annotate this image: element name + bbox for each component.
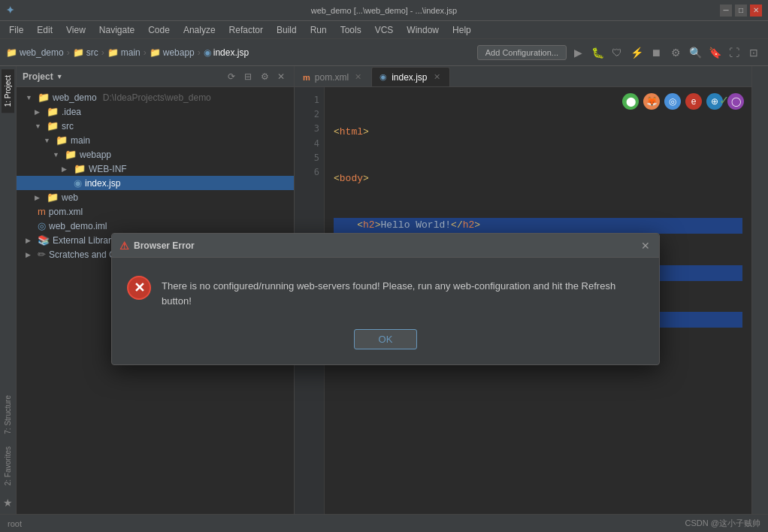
- browser-error-dialog: ⚠ Browser Error ✕ ✕ There is no configur…: [111, 233, 660, 365]
- dialog-title-bar: ⚠ Browser Error ✕: [112, 234, 659, 258]
- dialog-overlay: ⚠ Browser Error ✕ ✕ There is no configur…: [0, 0, 768, 532]
- dialog-icon: ⚠: [119, 240, 129, 252]
- dialog-title-text: Browser Error: [134, 240, 195, 251]
- error-icon: ✕: [127, 276, 151, 300]
- dialog-title: ⚠ Browser Error: [119, 240, 195, 252]
- ok-button[interactable]: OK: [354, 329, 418, 349]
- dialog-message: There is no configured/running web-serve…: [162, 276, 644, 308]
- dialog-footer: OK: [112, 323, 659, 364]
- dialog-body: ✕ There is no configured/running web-ser…: [112, 258, 659, 323]
- dialog-close-button[interactable]: ✕: [639, 240, 652, 252]
